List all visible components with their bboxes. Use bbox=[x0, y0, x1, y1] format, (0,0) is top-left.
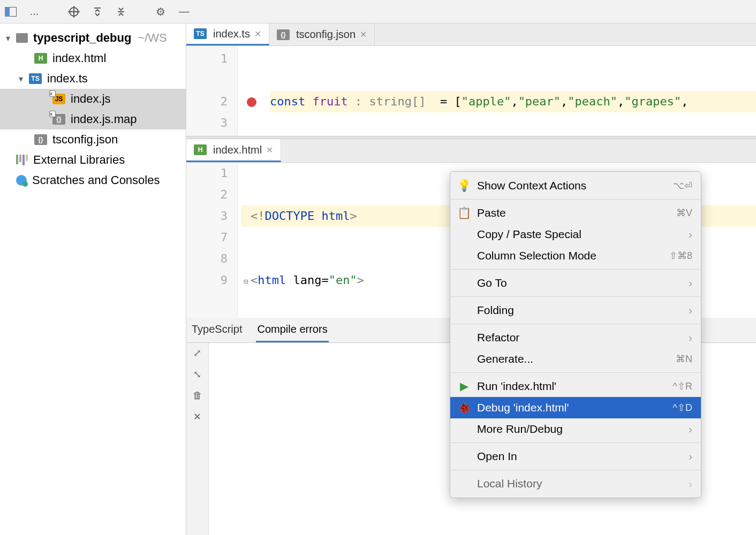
menu-paste[interactable]: 📋 Paste ⌘V bbox=[450, 202, 701, 224]
gear-icon[interactable]: ⚙ bbox=[154, 5, 167, 18]
expand-icon[interactable]: ⤢ bbox=[193, 347, 201, 359]
gutter: 1 2 3 7 8 9 bbox=[186, 163, 238, 318]
html-file-icon: H bbox=[34, 53, 47, 64]
chevron-right-icon: › bbox=[689, 277, 692, 289]
tree-item-index-js-map[interactable]: x{} index.js.map bbox=[0, 109, 186, 129]
chevron-right-icon: › bbox=[689, 477, 692, 490]
expand-all-icon[interactable] bbox=[91, 5, 104, 18]
bug-icon: 🐞 bbox=[458, 401, 471, 414]
code-area[interactable]: const fruit : string[] = ["apple","pear"… bbox=[238, 46, 756, 136]
tab-typescript[interactable]: TypeScript bbox=[191, 321, 243, 342]
menu-separator bbox=[450, 296, 701, 297]
menu-generate[interactable]: Generate...⌘N bbox=[450, 348, 701, 370]
menu-separator bbox=[450, 470, 701, 470]
ts-file-icon: TS bbox=[194, 28, 207, 39]
tab-index-html[interactable]: H index.html ✕ bbox=[186, 139, 281, 162]
tab-tsconfig[interactable]: {} tsconfig.json ✕ bbox=[269, 24, 375, 45]
close-icon[interactable]: ✕ bbox=[193, 411, 201, 423]
menu-refactor[interactable]: Refactor› bbox=[450, 327, 701, 348]
js-file-icon: xJS bbox=[52, 94, 65, 104]
root-name: typescript_debug bbox=[33, 31, 131, 44]
libraries-icon bbox=[16, 155, 28, 165]
breakpoint-icon[interactable]: 2 bbox=[186, 91, 237, 112]
svg-rect-1 bbox=[5, 7, 10, 17]
tree-item-external-libraries[interactable]: External Libraries bbox=[0, 150, 186, 170]
menu-open-in[interactable]: Open In› bbox=[450, 446, 701, 467]
menu-debug[interactable]: 🐞 Debug 'index.html'^⇧D bbox=[450, 397, 701, 418]
menu-separator bbox=[450, 269, 701, 270]
project-tree: ▾ typescript_debug ~/WS H index.html ▾ T… bbox=[0, 24, 186, 535]
menu-local-history[interactable]: Local History› bbox=[450, 473, 701, 494]
chevron-down-icon: ▾ bbox=[16, 74, 26, 84]
close-icon[interactable]: ✕ bbox=[360, 29, 367, 40]
editor-index-ts[interactable]: 1 2 3 const fruit : string[] = ["apple",… bbox=[186, 46, 756, 136]
context-menu: 💡 Show Context Actions ⌥⏎ 📋 Paste ⌘V Cop… bbox=[450, 171, 701, 498]
close-icon[interactable]: ✕ bbox=[266, 145, 273, 155]
scratches-icon bbox=[16, 175, 27, 186]
minimize-icon[interactable]: — bbox=[178, 5, 191, 18]
play-icon: ▶ bbox=[458, 380, 471, 393]
gutter: 1 2 3 bbox=[186, 46, 238, 136]
collapse-icon[interactable]: ⤡ bbox=[193, 369, 201, 380]
window-icon[interactable] bbox=[4, 5, 17, 18]
tab-index-ts[interactable]: TS index.ts ✕ bbox=[186, 24, 269, 45]
tree-item-index-js[interactable]: xJS index.js bbox=[0, 89, 186, 109]
fold-icon[interactable]: ⊟ bbox=[241, 271, 251, 292]
tab-compile-errors[interactable]: Compile errors bbox=[256, 321, 328, 342]
close-icon[interactable]: ✕ bbox=[254, 29, 261, 39]
html-file-icon: H bbox=[194, 144, 207, 155]
menu-folding[interactable]: Folding› bbox=[450, 300, 701, 321]
chevron-right-icon: › bbox=[689, 228, 692, 241]
tree-item-index-ts[interactable]: ▾ TS index.ts bbox=[0, 68, 186, 89]
menu-context-actions[interactable]: 💡 Show Context Actions ⌥⏎ bbox=[450, 175, 701, 196]
menu-separator bbox=[450, 442, 701, 443]
chevron-right-icon: › bbox=[689, 331, 692, 344]
menu-run[interactable]: ▶ Run 'index.html'^⇧R bbox=[450, 376, 701, 397]
menu-more-run-debug[interactable]: More Run/Debug› bbox=[450, 418, 701, 440]
map-file-icon: x{} bbox=[52, 114, 65, 125]
json-file-icon: {} bbox=[277, 29, 290, 40]
root-path: ~/WS bbox=[138, 31, 167, 45]
main-toolbar: ... ⚙ — bbox=[0, 0, 756, 24]
overflow-label[interactable]: ... bbox=[28, 5, 41, 18]
tree-item-index-html[interactable]: H index.html bbox=[0, 48, 186, 68]
ts-file-icon: TS bbox=[29, 73, 42, 84]
menu-separator bbox=[450, 372, 701, 373]
bulb-icon: 💡 bbox=[458, 179, 471, 192]
target-icon[interactable] bbox=[67, 5, 80, 18]
collapse-all-icon[interactable] bbox=[115, 5, 127, 18]
bottom-toolbar: ⤢ ⤡ 🗑 ✕ bbox=[186, 343, 209, 535]
folder-icon bbox=[16, 33, 28, 43]
chevron-right-icon: › bbox=[689, 423, 692, 435]
chevron-right-icon: › bbox=[689, 304, 692, 317]
tree-root[interactable]: ▾ typescript_debug ~/WS bbox=[0, 28, 186, 48]
chevron-down-icon: ▾ bbox=[3, 33, 13, 43]
clipboard-icon: 📋 bbox=[458, 207, 471, 219]
editor-tab-bar-bottom: H index.html ✕ bbox=[186, 139, 756, 163]
trash-icon[interactable]: 🗑 bbox=[193, 390, 202, 401]
tree-item-scratches[interactable]: Scratches and Consoles bbox=[0, 170, 186, 190]
menu-copy-paste-special[interactable]: Copy / Paste Special› bbox=[450, 224, 701, 245]
tree-item-tsconfig[interactable]: {} tsconfig.json bbox=[0, 129, 186, 150]
menu-column-selection[interactable]: Column Selection Mode⇧⌘8 bbox=[450, 245, 701, 266]
menu-separator bbox=[450, 324, 701, 324]
menu-goto[interactable]: Go To› bbox=[450, 272, 701, 294]
menu-separator bbox=[450, 199, 701, 200]
editor-tab-bar-top: TS index.ts ✕ {} tsconfig.json ✕ bbox=[186, 24, 756, 46]
json-file-icon: {} bbox=[34, 134, 47, 145]
chevron-right-icon: › bbox=[689, 450, 692, 463]
